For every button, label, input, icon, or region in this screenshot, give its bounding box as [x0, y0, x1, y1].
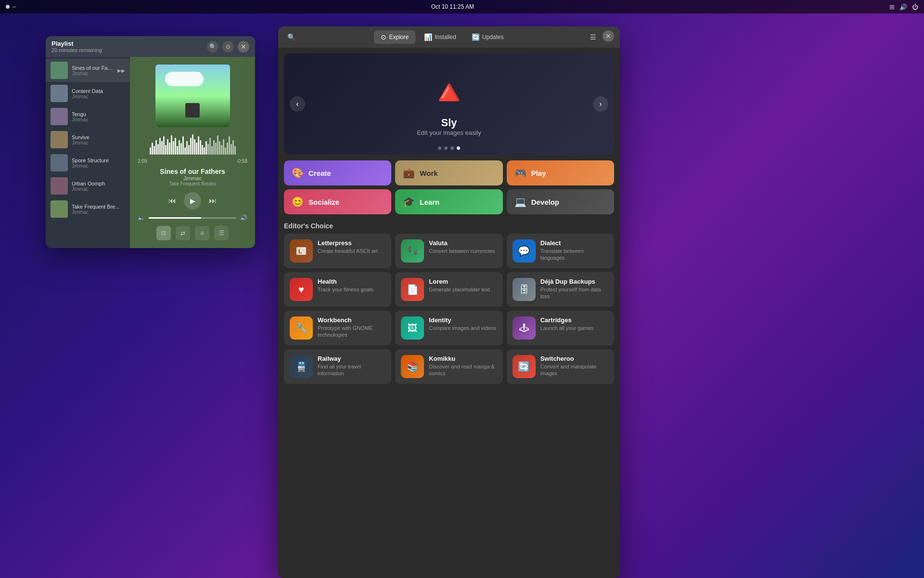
- now-playing-album: Take Frequent Breaks: [169, 181, 216, 186]
- develop-label: Develop: [531, 198, 559, 206]
- music-player-window: Playlist 20 minutes remaining 🔍 ⊙ ✕ Sine…: [46, 36, 255, 248]
- sw-titlebar-right: ☰ ✕: [586, 30, 614, 44]
- hero-next-button[interactable]: ›: [593, 96, 608, 112]
- learn-icon: 🎓: [403, 196, 415, 208]
- track-info: Sines of our Fathers Jimmac: [72, 65, 114, 76]
- app-icon-komikku: 📚: [401, 355, 424, 378]
- app-card-dialect[interactable]: 💬 Dialect Translate between languages: [507, 234, 614, 268]
- list-item[interactable]: Sines of our Fathers Jimmac ▶▶: [46, 59, 130, 82]
- nav-updates-button[interactable]: 🔄 Updates: [465, 30, 511, 44]
- track-info: Spore Structure Jimmac: [72, 158, 125, 169]
- track-artist: Jimmac: [72, 117, 125, 122]
- repeat-button[interactable]: ⊡: [156, 226, 171, 240]
- time-current: 2:09: [138, 158, 147, 164]
- playlist-subtitle: 20 minutes remaining: [51, 47, 102, 53]
- app-icon-dialect: 💬: [513, 239, 536, 263]
- track-name: Spore Structure: [72, 158, 125, 163]
- category-socialize-button[interactable]: 😊 Socialize: [284, 189, 391, 214]
- skip-back-button[interactable]: ⏮: [168, 197, 176, 205]
- app-name-lorem: Lorem: [429, 278, 497, 285]
- list-item[interactable]: Tengu Jimmac: [46, 105, 130, 128]
- category-work-button[interactable]: 💼 Work: [395, 160, 502, 185]
- app-card-identity[interactable]: 🖼 Identity Compare images and videos: [395, 311, 502, 345]
- nav-updates-label: Updates: [482, 34, 504, 40]
- music-info-button[interactable]: ⊙: [222, 41, 234, 53]
- track-thumbnail: [51, 154, 68, 171]
- category-create-button[interactable]: 🎨 Create: [284, 160, 391, 185]
- nav-explore-button[interactable]: ⊙ Explore: [374, 30, 415, 44]
- socialize-label: Socialize: [308, 198, 339, 206]
- music-search-button[interactable]: 🔍: [207, 41, 218, 53]
- app-card-letterpress[interactable]: L Letterpress Create beautiful ASCII art: [284, 234, 391, 268]
- app-card-cartridges[interactable]: 🕹 Cartridges Launch all your games: [507, 311, 614, 345]
- list-item[interactable]: Spore Structure Jimmac: [46, 151, 130, 174]
- software-close-button[interactable]: ✕: [603, 30, 614, 42]
- volume-slider[interactable]: [149, 217, 236, 219]
- list-item[interactable]: Survive Jimmac: [46, 128, 130, 151]
- software-body: ‹ 🔺 Sly Edit your images easily › 🎨 Crea…: [278, 48, 620, 578]
- track-artist: Jimmac: [72, 94, 125, 99]
- app-card-komikku[interactable]: 📚 Komikku Discover and read manga & comi…: [395, 349, 502, 384]
- work-label: Work: [420, 169, 437, 177]
- skip-forward-button[interactable]: ⏭: [209, 197, 217, 205]
- queue-button[interactable]: ≡: [195, 226, 209, 240]
- app-desc-cartridges: Launch all your games: [540, 325, 608, 331]
- nav-installed-button[interactable]: 📊 Installed: [417, 30, 463, 44]
- player-panel: 2:09 -0:58 Sines of our Fathers Jimmac T…: [130, 57, 255, 248]
- list-item[interactable]: Urban Oomph Jimmac: [46, 174, 130, 197]
- music-titlebar-actions: 🔍 ⊙ ✕: [207, 41, 249, 53]
- app-info-railway: Railway Find all your travel information: [318, 355, 385, 377]
- track-thumbnail: [51, 62, 68, 79]
- track-info: Take Frequent Bre... Jimmac: [72, 204, 125, 215]
- hero-app-name: Sly: [441, 117, 457, 129]
- app-card-workbench[interactable]: 🔧 Workbench Prototype with GNOME technol…: [284, 311, 391, 345]
- app-icon-letterpress: L: [290, 239, 313, 263]
- volume-control: 🔈 🔊: [138, 214, 247, 221]
- category-play-button[interactable]: 🎮 Play: [507, 160, 614, 185]
- app-icon-cartridges: 🕹: [513, 316, 536, 340]
- category-learn-button[interactable]: 🎓 Learn: [395, 189, 502, 214]
- app-name-komikku: Komikku: [429, 355, 497, 362]
- track-name: Take Frequent Bre...: [72, 204, 125, 210]
- app-name-workbench: Workbench: [318, 316, 385, 324]
- nav-installed-label: Installed: [435, 34, 456, 40]
- app-name-valuta: Valuta: [429, 239, 497, 247]
- hero-app-icon: 🔺: [427, 72, 471, 113]
- explore-icon: ⊙: [381, 33, 386, 41]
- app-name-health: Health: [318, 278, 385, 285]
- hero-banner: ‹ 🔺 Sly Edit your images easily ›: [284, 53, 614, 155]
- app-card-valuta[interactable]: 💱 Valuta Convert between currencies: [395, 234, 502, 268]
- track-thumbnail: [51, 177, 68, 195]
- hero-prev-button[interactable]: ‹: [290, 96, 305, 112]
- hero-dot-3: [450, 146, 454, 150]
- app-card-lorem[interactable]: 📄 Lorem Generate placeholder text: [395, 272, 502, 307]
- network-icon: ⊞: [889, 3, 895, 11]
- menu-button[interactable]: ☰: [214, 226, 229, 240]
- app-card-dejadup[interactable]: 🗄 Déjà Dup Backups Protect yourself from…: [507, 272, 614, 307]
- music-titlebar: Playlist 20 minutes remaining 🔍 ⊙ ✕: [46, 36, 255, 57]
- editors-choice-title: Editor's Choice: [278, 220, 620, 234]
- time-remaining: -0:58: [236, 158, 247, 164]
- app-info-komikku: Komikku Discover and read manga & comics: [429, 355, 497, 377]
- app-icon-dejadup: 🗄: [513, 278, 536, 301]
- app-desc-valuta: Convert between currencies: [429, 248, 497, 254]
- player-controls: ⏮ ▶ ⏭: [168, 192, 217, 210]
- learn-label: Learn: [420, 198, 439, 206]
- playlist-title: Playlist: [51, 40, 102, 47]
- track-info: Content Data Jimmac: [72, 88, 125, 99]
- topbar: – Oct 10 11:25 AM ⊞ 🔊 ⏻: [0, 0, 924, 13]
- software-search-button[interactable]: 🔍: [284, 30, 298, 44]
- play-pause-button[interactable]: ▶: [184, 192, 201, 210]
- music-close-button[interactable]: ✕: [238, 41, 249, 53]
- app-card-health[interactable]: ♥ Health Track your fitness goals: [284, 272, 391, 307]
- software-menu-button[interactable]: ☰: [586, 30, 600, 44]
- list-item[interactable]: Content Data Jimmac: [46, 82, 130, 105]
- app-card-switcheroo[interactable]: 🔄 Switcheroo Convert and manipulate imag…: [507, 349, 614, 384]
- list-item[interactable]: Take Frequent Bre... Jimmac: [46, 197, 130, 221]
- shuffle-button[interactable]: ⇄: [176, 226, 190, 240]
- software-window: 🔍 ⊙ Explore 📊 Installed 🔄 Updates ☰ ✕ ‹ …: [278, 26, 620, 578]
- app-card-railway[interactable]: 🚆 Railway Find all your travel informati…: [284, 349, 391, 384]
- hero-app-desc: Edit your images easily: [417, 129, 481, 136]
- category-develop-button[interactable]: 💻 Develop: [507, 189, 614, 214]
- app-icon-railway: 🚆: [290, 355, 313, 378]
